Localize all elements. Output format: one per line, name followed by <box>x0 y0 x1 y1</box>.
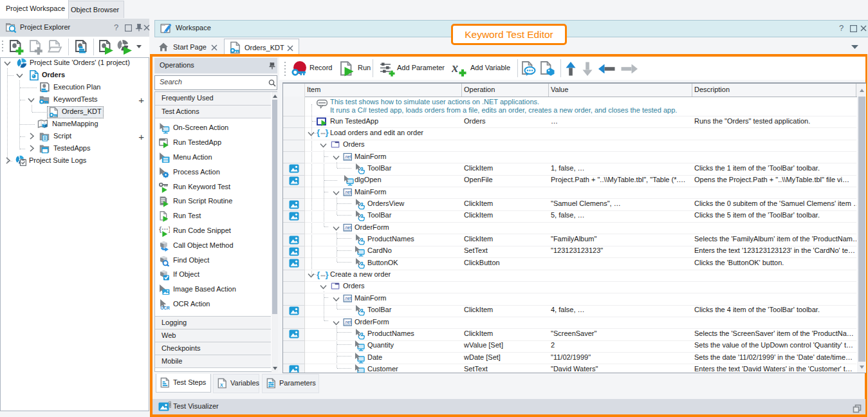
svg-text:}: } <box>326 270 329 279</box>
svg-text:{: { <box>317 127 320 137</box>
svg-text:}: } <box>326 127 329 137</box>
svg-text:{: { <box>317 270 320 279</box>
